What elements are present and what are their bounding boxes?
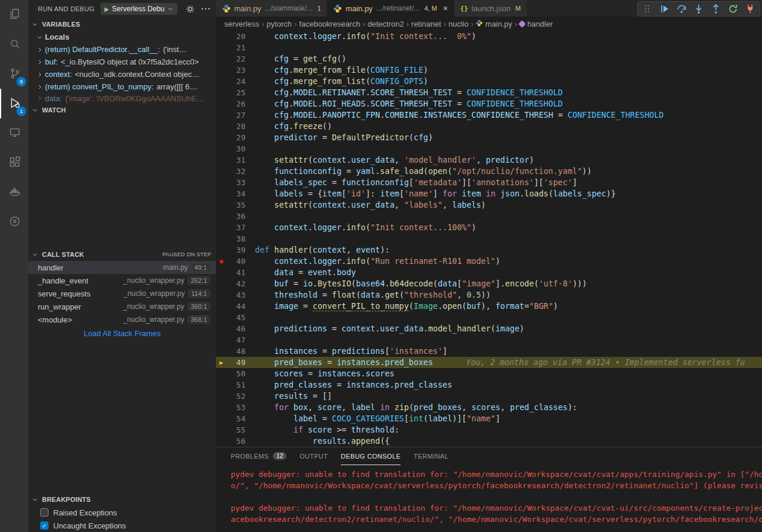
breadcrumb-item[interactable]: serverless — [224, 20, 259, 28]
breakpoint-gutter[interactable]: 44 — [216, 301, 255, 312]
code-text[interactable]: pred_classes = instances.pred_classes — [255, 379, 762, 391]
breadcrumb-item[interactable]: facebookresearch — [299, 20, 360, 28]
more-actions-icon[interactable]: ··· — [201, 4, 211, 14]
breakpoint-item[interactable]: ✓Uncaught Exceptions — [28, 519, 216, 532]
code-text[interactable] — [255, 42, 762, 53]
code-text[interactable]: results = [] — [255, 391, 762, 402]
editor-tab[interactable]: main.py.../retinanet/...4, M× — [327, 0, 454, 17]
variable-row[interactable]: buf:<_io.BytesIO object at 0x7f5a2dc1ecc… — [28, 56, 216, 68]
code-text[interactable]: scores = instances.scores — [255, 368, 762, 379]
panel-tab-output[interactable]: OUTPUT — [299, 447, 328, 465]
code-text[interactable]: cfg.MODEL.PANOPTIC_FPN.COMBINE.INSTANCES… — [255, 109, 762, 121]
breakpoint-gutter[interactable]: 24 — [216, 76, 255, 87]
code-text[interactable]: cfg = get_cfg() — [255, 53, 762, 65]
debug-disconnect-button[interactable] — [745, 4, 755, 14]
breakpoint-gutter[interactable]: 43 — [216, 289, 255, 301]
stack-frame[interactable]: serve_requests_nuclio_wrapper.py114:1 — [28, 287, 216, 300]
breakpoints-section-header[interactable]: BREAKPOINTS — [28, 493, 216, 506]
variable-row[interactable]: (return) DefaultPredictor.__call__:{'ins… — [28, 43, 216, 56]
start-debugging-icon[interactable]: ▶ — [105, 6, 109, 12]
code-text[interactable] — [255, 312, 762, 323]
breakpoint-gutter[interactable]: ▶49 — [216, 357, 255, 368]
chevron-right-icon[interactable] — [37, 84, 45, 90]
callstack-section-header[interactable]: CALL STACK PAUSED ON STEP — [28, 248, 216, 261]
close-icon[interactable]: × — [443, 4, 448, 13]
panel-tab-debug-console[interactable]: DEBUG CONSOLE — [341, 447, 401, 465]
breakpoint-gutter[interactable]: 47 — [216, 334, 255, 346]
code-text[interactable]: buf = io.BytesIO(base64.b64decode(data["… — [255, 278, 762, 289]
panel-tab-problems[interactable]: PROBLEMS12 — [231, 447, 286, 465]
breakpoint-gutter[interactable]: 45 — [216, 312, 255, 323]
breadcrumb-item[interactable]: pytorch — [267, 20, 292, 28]
activity-explorer-button[interactable] — [0, 0, 28, 30]
breadcrumb-item[interactable]: main.py — [476, 20, 512, 28]
variable-row[interactable]: (return) convert_PIL_to_numpy:array([[[ … — [28, 80, 216, 93]
code-text[interactable]: instances = predictions['instances'] — [255, 346, 762, 357]
breakpoint-gutter[interactable]: 25 — [216, 87, 255, 98]
code-text[interactable]: if score >= threshold: — [255, 424, 762, 436]
activity-run-debug-button[interactable]: 1 — [0, 89, 28, 118]
editor-tab[interactable]: {}launch.jsonM — [454, 0, 527, 17]
code-text[interactable]: predictions = context.user_data.model_ha… — [255, 323, 762, 334]
code-text[interactable]: setattr(context.user_data, "labels", lab… — [255, 199, 762, 211]
breakpoint-icon[interactable]: ● — [216, 256, 227, 267]
checkbox[interactable] — [40, 508, 49, 517]
breakpoint-gutter[interactable]: 39 — [216, 244, 255, 256]
variables-section-header[interactable]: VARIABLES — [28, 18, 216, 31]
locals-scope[interactable]: Locals — [28, 31, 216, 43]
activity-search-button[interactable] — [0, 30, 28, 59]
breakpoint-gutter[interactable]: 23 — [216, 65, 255, 76]
breakpoint-gutter[interactable]: 21 — [216, 42, 255, 53]
chevron-right-icon[interactable] — [37, 47, 45, 53]
stack-frame[interactable]: _handle_event_nuclio_wrapper.py262:1 — [28, 274, 216, 287]
code-text[interactable] — [255, 143, 762, 154]
code-editor[interactable]: 20 context.logger.info("Init context... … — [216, 31, 762, 447]
code-text[interactable]: for box, score, label in zip(pred_boxes,… — [255, 402, 762, 413]
breakpoint-gutter[interactable]: 22 — [216, 53, 255, 65]
code-text[interactable]: data = event.body — [255, 267, 762, 278]
breakpoint-gutter[interactable]: 52 — [216, 391, 255, 402]
checkbox[interactable]: ✓ — [40, 521, 49, 530]
code-text[interactable]: context.logger.info("Run retinanet-R101 … — [255, 256, 762, 267]
chevron-right-icon[interactable] — [37, 95, 45, 101]
breakpoint-gutter[interactable]: 56 — [216, 436, 255, 447]
breakpoint-gutter[interactable]: 53 — [216, 402, 255, 413]
breakpoint-gutter[interactable]: 36 — [216, 211, 255, 222]
breakpoint-gutter[interactable]: ●40 — [216, 256, 255, 267]
code-text[interactable]: labels_spec = functionconfig['metadata']… — [255, 177, 762, 188]
breakpoint-gutter[interactable]: 32 — [216, 166, 255, 177]
breakpoint-gutter[interactable]: 27 — [216, 109, 255, 121]
breakpoint-gutter[interactable]: 20 — [216, 31, 255, 42]
breakpoint-gutter[interactable]: 31 — [216, 154, 255, 166]
breadcrumb-item[interactable]: detectron2 — [367, 20, 403, 28]
debug-continue-button[interactable] — [660, 4, 669, 14]
chevron-right-icon[interactable] — [37, 72, 45, 78]
launch-config-dropdown[interactable]: ▶ Serverless Debu — [101, 3, 177, 15]
breakpoint-gutter[interactable]: 54 — [216, 413, 255, 424]
debug-step-out-button[interactable] — [711, 4, 721, 14]
code-text[interactable] — [255, 233, 762, 244]
breakpoint-gutter[interactable]: 33 — [216, 177, 255, 188]
code-text[interactable]: def handler(context, event): — [255, 244, 762, 256]
variable-row[interactable]: data:{'image': 'iVBORw0KGgoAAAANSUhE… — [28, 93, 216, 104]
debug-toolbar-grip[interactable] — [642, 4, 652, 14]
code-text[interactable]: cfg.freeze() — [255, 121, 762, 132]
breakpoint-gutter[interactable]: 37 — [216, 222, 255, 233]
activity-extensions-button[interactable] — [0, 148, 28, 178]
breakpoint-gutter[interactable]: 42 — [216, 278, 255, 289]
code-text[interactable]: label = COCO_CATEGORIES[int(label)]["nam… — [255, 413, 762, 424]
breakpoint-gutter[interactable]: 26 — [216, 98, 255, 109]
breakpoint-gutter[interactable]: 28 — [216, 121, 255, 132]
stack-frame[interactable]: handlermain.py49:1 — [28, 261, 216, 274]
code-text[interactable]: pred_boxes = instances.pred_boxesYou, 2 … — [255, 357, 762, 368]
breakpoint-gutter[interactable]: 55 — [216, 424, 255, 436]
code-text[interactable]: threshold = float(data.get("threshold", … — [255, 289, 762, 301]
activity-remote-explorer-button[interactable] — [0, 118, 28, 148]
gear-icon[interactable] — [186, 5, 195, 14]
breakpoint-gutter[interactable]: 29 — [216, 132, 255, 143]
code-text[interactable]: image = convert_PIL_to_numpy(Image.open(… — [255, 301, 762, 312]
code-text[interactable]: context.logger.info("Init context... 0%"… — [255, 31, 762, 42]
code-text[interactable]: cfg.merge_from_list(CONFIG_OPTS) — [255, 76, 762, 87]
code-text[interactable] — [255, 211, 762, 222]
code-text[interactable]: predictor = DefaultPredictor(cfg) — [255, 132, 762, 143]
